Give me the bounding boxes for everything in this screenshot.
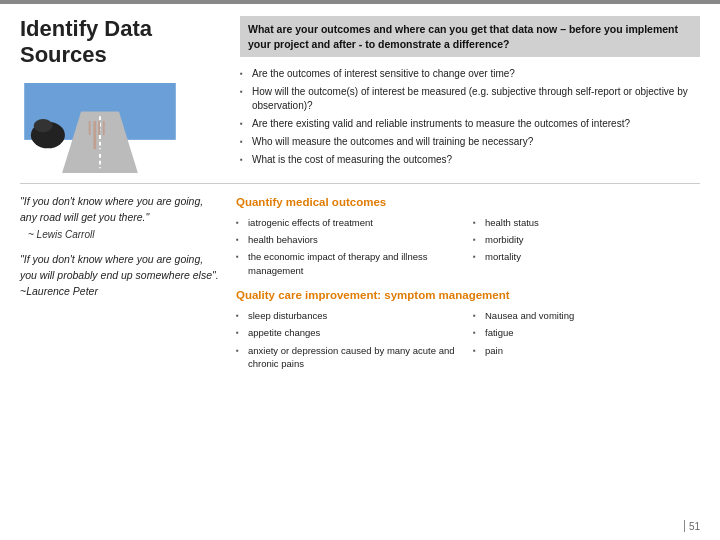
page-title: Identify Data Sources [20,16,220,69]
right-top: What are your outcomes and where can you… [240,16,700,173]
bullet-item: Are the outcomes of interest sensitive t… [240,65,700,83]
list-item: Nausea and vomiting [473,307,700,324]
list-item: health behaviors [236,231,463,248]
highlight-text: What are your outcomes and where can you… [248,23,678,50]
svg-point-6 [34,119,53,132]
list-item: the economic impact of therapy and illne… [236,248,463,279]
quote-block-1: "If you don't know where you are going, … [20,194,220,243]
top-section: Identify Data Sources [20,16,700,184]
quality-heading: Quality care improvement: symptom manage… [236,289,700,301]
quote-block-2: "If you don't know where you are going, … [20,252,220,299]
svg-rect-8 [89,121,91,135]
road-image [20,83,180,173]
bullet-item: Are there existing valid and reliable in… [240,115,700,133]
top-bullets: Are the outcomes of interest sensitive t… [240,65,700,169]
title-block: Identify Data Sources [20,16,220,77]
list-item: fatigue [473,324,700,341]
list-item: health status [473,214,700,231]
bottom-left: "If you don't know where you are going, … [20,194,220,532]
quality-col-2: Nausea and vomiting fatigue pain [473,307,700,372]
bullet-item: Who will measure the outcomes and will t… [240,133,700,151]
list-item: appetite changes [236,324,463,341]
outcomes-col-2: health status morbidity mortality [473,214,700,279]
bottom-section: "If you don't know where you are going, … [20,194,700,532]
quote-text-1: "If you don't know where you are going, … [20,195,203,223]
page-number-container: 51 [684,520,700,532]
quantify-heading: Quantify medical outcomes [236,196,700,208]
quality-col-1: sleep disturbances appetite changes anxi… [236,307,463,372]
bullet-item: How will the outcome(s) of interest be m… [240,83,700,115]
bullet-item: What is the cost of measuring the outcom… [240,151,700,169]
page-number: 51 [689,521,700,532]
quote-text-2: "If you don't know where you are going, … [20,253,219,281]
main-content: Identify Data Sources [0,4,720,540]
outcomes-columns: iatrogenic effects of treatment health b… [236,214,700,279]
list-item: anxiety or depression caused by many acu… [236,342,463,373]
list-item: iatrogenic effects of treatment [236,214,463,231]
left-top: Identify Data Sources [20,16,220,173]
page-divider [684,520,685,532]
highlight-question: What are your outcomes and where can you… [240,16,700,57]
quality-columns: sleep disturbances appetite changes anxi… [236,307,700,372]
bottom-right: Quantify medical outcomes iatrogenic eff… [236,194,700,532]
quote-attribution-2: ~Laurence Peter [20,285,98,297]
svg-rect-7 [93,121,96,149]
list-item: morbidity [473,231,700,248]
svg-rect-9 [98,121,100,135]
quality-section: Quality care improvement: symptom manage… [236,289,700,372]
outcomes-col-1: iatrogenic effects of treatment health b… [236,214,463,279]
list-item: pain [473,342,700,359]
svg-rect-10 [103,121,105,135]
list-item: mortality [473,248,700,265]
list-item: sleep disturbances [236,307,463,324]
quote-attribution-1: ~ Lewis Carroll [20,227,220,242]
